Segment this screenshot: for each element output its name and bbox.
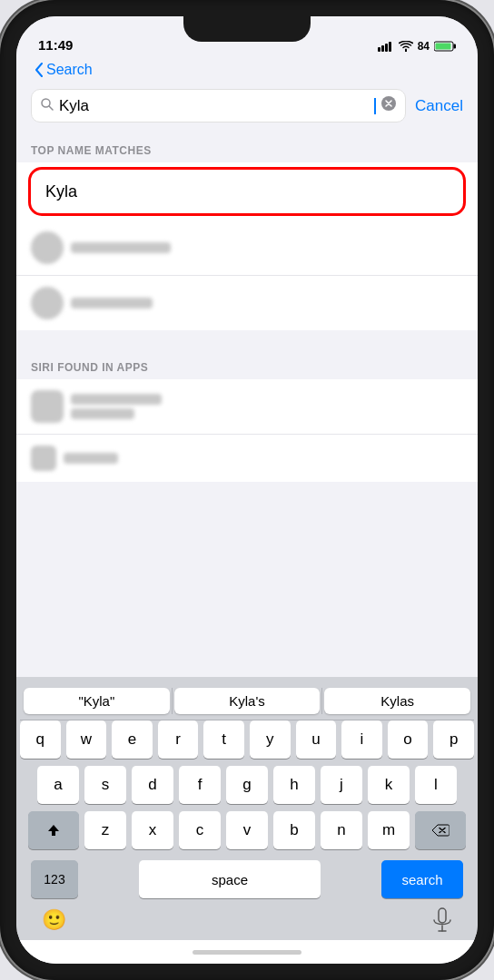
autocomplete-mid[interactable]: Kyla's — [174, 688, 321, 714]
clear-search-button[interactable] — [381, 96, 396, 115]
app-icon-2 — [31, 446, 56, 471]
key-u[interactable]: u — [296, 720, 337, 759]
delete-key[interactable] — [415, 811, 466, 849]
key-x[interactable]: x — [132, 811, 173, 849]
autocomplete-row: "Kyla" Kyla's Kylas — [20, 682, 474, 720]
top-name-matches-list: Kyla — [16, 162, 478, 330]
status-icons: 84 — [378, 40, 456, 53]
home-indicator — [20, 940, 474, 964]
battery-level: 84 — [418, 40, 430, 53]
contact-avatar-2 — [31, 287, 64, 319]
search-query-text: Kyla — [59, 97, 368, 115]
key-h[interactable]: h — [273, 766, 315, 804]
search-input-wrapper[interactable]: Kyla — [31, 89, 406, 122]
blurred-result-2[interactable] — [16, 276, 478, 330]
svg-rect-2 — [385, 44, 388, 52]
keyboard-container: "Kyla" Kyla's Kylas q w e r t y u i o p — [16, 677, 478, 964]
battery-icon — [434, 41, 456, 52]
num-key[interactable]: 123 — [31, 860, 78, 898]
siri-result-1[interactable] — [16, 379, 478, 435]
blurred-result-1[interactable] — [16, 220, 478, 276]
keyboard-row-1: q w e r t y u i o p — [20, 720, 474, 759]
siri-result-2[interactable] — [16, 435, 478, 482]
key-o[interactable]: o — [388, 720, 429, 759]
siri-results-list — [16, 379, 478, 482]
search-button[interactable]: search — [381, 860, 463, 898]
key-r[interactable]: r — [158, 720, 199, 759]
back-chevron-icon — [35, 63, 44, 77]
phone-screen: 11:49 84 — [16, 16, 478, 964]
siri-result-text-1 — [71, 394, 162, 405]
key-y[interactable]: y — [250, 720, 291, 759]
app-icon-1 — [31, 390, 64, 423]
delete-icon — [431, 824, 450, 837]
key-t[interactable]: t — [203, 720, 244, 759]
top-result-kyla[interactable]: Kyla — [31, 170, 463, 213]
key-g[interactable]: g — [226, 766, 268, 804]
siri-result-text-2 — [64, 453, 118, 464]
key-j[interactable]: j — [321, 766, 362, 804]
status-time: 11:49 — [38, 37, 73, 53]
divider — [172, 688, 173, 714]
contact-name-2 — [71, 298, 153, 309]
key-d[interactable]: d — [132, 766, 173, 804]
key-c[interactable]: c — [179, 811, 221, 849]
key-k[interactable]: k — [368, 766, 410, 804]
top-result-name: Kyla — [45, 182, 77, 201]
shift-icon — [46, 823, 61, 838]
emoji-icon[interactable]: 🙂 — [42, 908, 66, 932]
top-name-matches-section: TOP NAME MATCHES Kyla — [16, 130, 478, 330]
shift-key[interactable] — [28, 811, 79, 849]
key-a[interactable]: a — [37, 766, 79, 804]
search-magnifier-icon — [41, 98, 54, 113]
siri-result-sub-1 — [71, 408, 134, 419]
content-area: TOP NAME MATCHES Kyla — [16, 130, 478, 677]
key-s[interactable]: s — [84, 766, 126, 804]
key-z[interactable]: z — [84, 811, 126, 849]
key-l[interactable]: l — [415, 766, 457, 804]
cursor — [374, 98, 376, 114]
mic-icon[interactable] — [432, 907, 452, 933]
key-i[interactable]: i — [341, 720, 382, 759]
key-m[interactable]: m — [368, 811, 410, 849]
svg-rect-9 — [439, 908, 446, 923]
phone-frame: 11:49 84 — [0, 0, 494, 980]
siri-section-header: SIRI FOUND IN APPS — [16, 347, 478, 379]
key-w[interactable]: w — [66, 720, 107, 759]
divider2 — [321, 688, 322, 714]
autocomplete-right[interactable]: Kylas — [324, 688, 470, 714]
back-label: Search — [46, 62, 93, 78]
contact-name-1 — [71, 242, 171, 253]
keyboard-extra-row: 🙂 — [20, 904, 474, 940]
svg-rect-0 — [378, 47, 380, 52]
back-button[interactable]: Search — [35, 62, 93, 78]
keyboard-row-3: z x c v b n m — [20, 811, 474, 849]
signal-icon — [378, 41, 394, 52]
keyboard-row-2: a s d f g h j k l — [20, 766, 474, 804]
notch — [183, 16, 311, 42]
siri-section: SIRI FOUND IN APPS — [16, 347, 478, 482]
key-q[interactable]: q — [20, 720, 61, 759]
wifi-icon — [399, 41, 413, 52]
svg-rect-1 — [381, 45, 384, 52]
contact-avatar-1 — [31, 231, 64, 264]
key-p[interactable]: p — [433, 720, 474, 759]
nav-bar: Search — [16, 56, 478, 85]
key-f[interactable]: f — [179, 766, 221, 804]
svg-rect-6 — [436, 44, 451, 50]
key-e[interactable]: e — [112, 720, 153, 759]
search-bar-container: Kyla Cancel — [16, 85, 478, 130]
key-b[interactable]: b — [273, 811, 315, 849]
home-bar — [193, 950, 301, 955]
key-v[interactable]: v — [226, 811, 268, 849]
autocomplete-left[interactable]: "Kyla" — [24, 688, 170, 714]
top-name-matches-header: TOP NAME MATCHES — [16, 130, 478, 162]
svg-rect-3 — [389, 42, 391, 52]
key-n[interactable]: n — [321, 811, 362, 849]
cancel-button[interactable]: Cancel — [415, 97, 463, 115]
svg-rect-5 — [454, 44, 457, 49]
space-key[interactable]: space — [139, 860, 321, 898]
keyboard-bottom-row: 123 space search — [20, 857, 474, 904]
